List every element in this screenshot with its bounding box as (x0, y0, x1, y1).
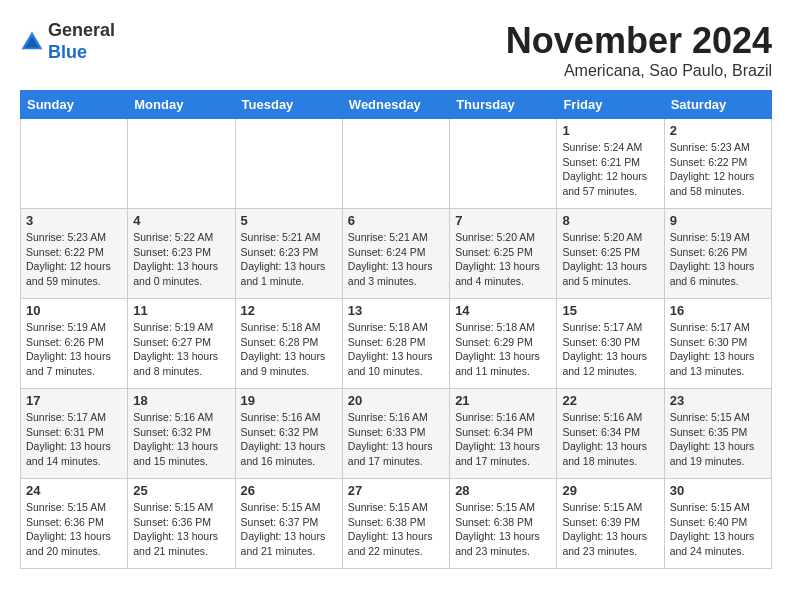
calendar-cell: 7Sunrise: 5:20 AM Sunset: 6:25 PM Daylig… (450, 209, 557, 299)
day-number: 15 (562, 303, 658, 318)
day-info: Sunrise: 5:16 AM Sunset: 6:32 PM Dayligh… (133, 410, 229, 469)
day-number: 3 (26, 213, 122, 228)
weekday-header-friday: Friday (557, 91, 664, 119)
calendar-cell: 4Sunrise: 5:22 AM Sunset: 6:23 PM Daylig… (128, 209, 235, 299)
logo-general: General (48, 20, 115, 40)
day-number: 23 (670, 393, 766, 408)
calendar-cell: 23Sunrise: 5:15 AM Sunset: 6:35 PM Dayli… (664, 389, 771, 479)
day-number: 17 (26, 393, 122, 408)
day-number: 10 (26, 303, 122, 318)
week-row-3: 17Sunrise: 5:17 AM Sunset: 6:31 PM Dayli… (21, 389, 772, 479)
calendar-cell: 30Sunrise: 5:15 AM Sunset: 6:40 PM Dayli… (664, 479, 771, 569)
day-info: Sunrise: 5:15 AM Sunset: 6:35 PM Dayligh… (670, 410, 766, 469)
day-number: 25 (133, 483, 229, 498)
day-info: Sunrise: 5:19 AM Sunset: 6:26 PM Dayligh… (670, 230, 766, 289)
day-number: 9 (670, 213, 766, 228)
logo-text: General Blue (48, 20, 115, 63)
day-info: Sunrise: 5:17 AM Sunset: 6:30 PM Dayligh… (670, 320, 766, 379)
day-info: Sunrise: 5:15 AM Sunset: 6:39 PM Dayligh… (562, 500, 658, 559)
calendar-cell: 29Sunrise: 5:15 AM Sunset: 6:39 PM Dayli… (557, 479, 664, 569)
weekday-header-saturday: Saturday (664, 91, 771, 119)
calendar-cell: 15Sunrise: 5:17 AM Sunset: 6:30 PM Dayli… (557, 299, 664, 389)
day-number: 1 (562, 123, 658, 138)
calendar-cell: 1Sunrise: 5:24 AM Sunset: 6:21 PM Daylig… (557, 119, 664, 209)
day-info: Sunrise: 5:16 AM Sunset: 6:33 PM Dayligh… (348, 410, 444, 469)
calendar-cell (128, 119, 235, 209)
month-title: November 2024 (506, 20, 772, 62)
calendar-cell: 20Sunrise: 5:16 AM Sunset: 6:33 PM Dayli… (342, 389, 449, 479)
calendar-cell (342, 119, 449, 209)
calendar-cell: 8Sunrise: 5:20 AM Sunset: 6:25 PM Daylig… (557, 209, 664, 299)
week-row-4: 24Sunrise: 5:15 AM Sunset: 6:36 PM Dayli… (21, 479, 772, 569)
calendar-cell: 25Sunrise: 5:15 AM Sunset: 6:36 PM Dayli… (128, 479, 235, 569)
day-info: Sunrise: 5:17 AM Sunset: 6:30 PM Dayligh… (562, 320, 658, 379)
day-number: 18 (133, 393, 229, 408)
day-number: 26 (241, 483, 337, 498)
calendar-cell: 2Sunrise: 5:23 AM Sunset: 6:22 PM Daylig… (664, 119, 771, 209)
day-number: 27 (348, 483, 444, 498)
day-number: 13 (348, 303, 444, 318)
weekday-header-wednesday: Wednesday (342, 91, 449, 119)
calendar-cell: 17Sunrise: 5:17 AM Sunset: 6:31 PM Dayli… (21, 389, 128, 479)
weekday-header-row: SundayMondayTuesdayWednesdayThursdayFrid… (21, 91, 772, 119)
day-info: Sunrise: 5:16 AM Sunset: 6:34 PM Dayligh… (562, 410, 658, 469)
day-info: Sunrise: 5:15 AM Sunset: 6:38 PM Dayligh… (348, 500, 444, 559)
day-info: Sunrise: 5:15 AM Sunset: 6:36 PM Dayligh… (133, 500, 229, 559)
calendar-cell: 21Sunrise: 5:16 AM Sunset: 6:34 PM Dayli… (450, 389, 557, 479)
day-number: 4 (133, 213, 229, 228)
day-info: Sunrise: 5:23 AM Sunset: 6:22 PM Dayligh… (670, 140, 766, 199)
day-info: Sunrise: 5:15 AM Sunset: 6:36 PM Dayligh… (26, 500, 122, 559)
calendar-cell: 18Sunrise: 5:16 AM Sunset: 6:32 PM Dayli… (128, 389, 235, 479)
logo-blue: Blue (48, 42, 87, 62)
calendar-cell: 5Sunrise: 5:21 AM Sunset: 6:23 PM Daylig… (235, 209, 342, 299)
day-info: Sunrise: 5:16 AM Sunset: 6:34 PM Dayligh… (455, 410, 551, 469)
day-number: 21 (455, 393, 551, 408)
day-number: 24 (26, 483, 122, 498)
calendar-cell: 11Sunrise: 5:19 AM Sunset: 6:27 PM Dayli… (128, 299, 235, 389)
day-info: Sunrise: 5:20 AM Sunset: 6:25 PM Dayligh… (455, 230, 551, 289)
day-info: Sunrise: 5:24 AM Sunset: 6:21 PM Dayligh… (562, 140, 658, 199)
day-info: Sunrise: 5:23 AM Sunset: 6:22 PM Dayligh… (26, 230, 122, 289)
day-info: Sunrise: 5:15 AM Sunset: 6:37 PM Dayligh… (241, 500, 337, 559)
day-number: 8 (562, 213, 658, 228)
calendar-cell: 24Sunrise: 5:15 AM Sunset: 6:36 PM Dayli… (21, 479, 128, 569)
day-info: Sunrise: 5:17 AM Sunset: 6:31 PM Dayligh… (26, 410, 122, 469)
day-info: Sunrise: 5:18 AM Sunset: 6:29 PM Dayligh… (455, 320, 551, 379)
day-number: 28 (455, 483, 551, 498)
calendar-cell: 10Sunrise: 5:19 AM Sunset: 6:26 PM Dayli… (21, 299, 128, 389)
day-number: 12 (241, 303, 337, 318)
calendar-cell: 16Sunrise: 5:17 AM Sunset: 6:30 PM Dayli… (664, 299, 771, 389)
logo-icon (20, 30, 44, 54)
day-info: Sunrise: 5:22 AM Sunset: 6:23 PM Dayligh… (133, 230, 229, 289)
header: General Blue November 2024 Americana, Sa… (20, 20, 772, 80)
calendar-cell: 27Sunrise: 5:15 AM Sunset: 6:38 PM Dayli… (342, 479, 449, 569)
logo: General Blue (20, 20, 115, 63)
calendar-cell: 3Sunrise: 5:23 AM Sunset: 6:22 PM Daylig… (21, 209, 128, 299)
day-number: 6 (348, 213, 444, 228)
day-info: Sunrise: 5:15 AM Sunset: 6:40 PM Dayligh… (670, 500, 766, 559)
day-number: 16 (670, 303, 766, 318)
calendar-cell: 14Sunrise: 5:18 AM Sunset: 6:29 PM Dayli… (450, 299, 557, 389)
calendar-cell: 19Sunrise: 5:16 AM Sunset: 6:32 PM Dayli… (235, 389, 342, 479)
day-number: 7 (455, 213, 551, 228)
day-number: 22 (562, 393, 658, 408)
day-number: 20 (348, 393, 444, 408)
weekday-header-monday: Monday (128, 91, 235, 119)
calendar-cell (21, 119, 128, 209)
title-section: November 2024 Americana, Sao Paulo, Braz… (506, 20, 772, 80)
calendar-cell: 26Sunrise: 5:15 AM Sunset: 6:37 PM Dayli… (235, 479, 342, 569)
day-number: 11 (133, 303, 229, 318)
weekday-header-thursday: Thursday (450, 91, 557, 119)
calendar-cell: 13Sunrise: 5:18 AM Sunset: 6:28 PM Dayli… (342, 299, 449, 389)
day-number: 14 (455, 303, 551, 318)
calendar-cell (235, 119, 342, 209)
day-number: 29 (562, 483, 658, 498)
day-info: Sunrise: 5:19 AM Sunset: 6:26 PM Dayligh… (26, 320, 122, 379)
week-row-2: 10Sunrise: 5:19 AM Sunset: 6:26 PM Dayli… (21, 299, 772, 389)
calendar-cell: 6Sunrise: 5:21 AM Sunset: 6:24 PM Daylig… (342, 209, 449, 299)
day-number: 2 (670, 123, 766, 138)
day-number: 30 (670, 483, 766, 498)
week-row-0: 1Sunrise: 5:24 AM Sunset: 6:21 PM Daylig… (21, 119, 772, 209)
location-subtitle: Americana, Sao Paulo, Brazil (506, 62, 772, 80)
day-info: Sunrise: 5:15 AM Sunset: 6:38 PM Dayligh… (455, 500, 551, 559)
